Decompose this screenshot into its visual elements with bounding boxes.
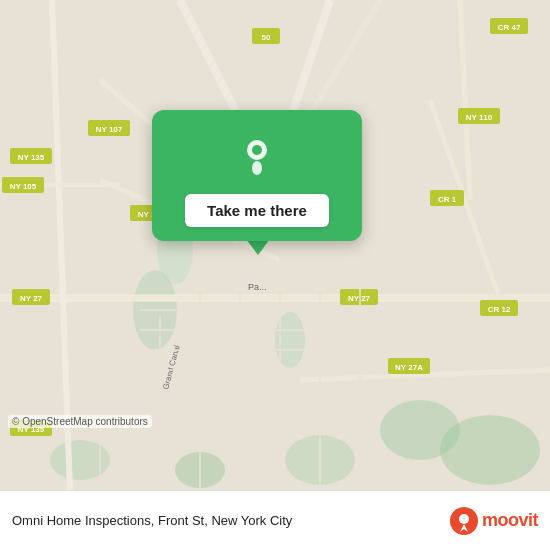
moovit-wordmark: moovit xyxy=(482,510,538,531)
svg-text:NY 105: NY 105 xyxy=(10,182,37,191)
svg-point-64 xyxy=(252,161,262,175)
svg-text:NY 135: NY 135 xyxy=(18,153,45,162)
svg-text:CR 47: CR 47 xyxy=(498,23,521,32)
location-label: Omni Home Inspections, Front St, New Yor… xyxy=(12,513,442,528)
svg-text:NY 27: NY 27 xyxy=(20,294,43,303)
location-pin-icon xyxy=(231,128,283,180)
popup-caret xyxy=(246,239,270,255)
svg-point-63 xyxy=(252,145,262,155)
svg-point-66 xyxy=(459,514,469,524)
svg-text:CR 1: CR 1 xyxy=(438,195,457,204)
osm-credit: © OpenStreetMap contributors xyxy=(8,415,152,428)
svg-text:50: 50 xyxy=(262,33,271,42)
svg-text:CR 12: CR 12 xyxy=(488,305,511,314)
svg-text:Pa...: Pa... xyxy=(248,282,267,292)
svg-text:NY 110: NY 110 xyxy=(466,113,493,122)
map-container: Grand Canal NY 27 NY 27 NY 135 NY 135 NY… xyxy=(0,0,550,490)
svg-point-5 xyxy=(440,415,540,485)
moovit-logo: moovit xyxy=(450,507,538,535)
svg-text:NY 107: NY 107 xyxy=(96,125,123,134)
popup-card: Take me there xyxy=(152,110,362,241)
bottom-bar: Omni Home Inspections, Front St, New Yor… xyxy=(0,490,550,550)
take-me-there-button[interactable]: Take me there xyxy=(185,194,329,227)
svg-text:NY 27A: NY 27A xyxy=(395,363,423,372)
moovit-pin-icon xyxy=(450,507,478,535)
